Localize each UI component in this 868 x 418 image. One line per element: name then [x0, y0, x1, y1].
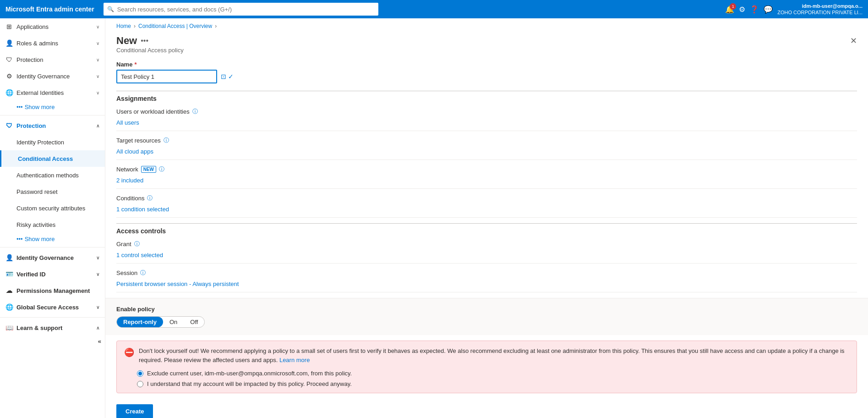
breadcrumb-conditional-access[interactable]: Conditional Access | Overview	[138, 23, 212, 29]
feedback-icon[interactable]: 💬	[764, 5, 773, 14]
roles-icon: 👤	[5, 39, 13, 47]
grant-label: Grant ⓘ	[116, 240, 857, 248]
radio-exclude-label: Exclude current user, idm-mb-user@ompqa.…	[147, 370, 352, 377]
sub-item-label: Conditional Access	[18, 155, 73, 162]
sidebar-divider-2	[0, 247, 105, 248]
toggle-on[interactable]: On	[163, 317, 184, 327]
sidebar-item-conditional-access[interactable]: Conditional Access	[0, 150, 105, 167]
main-layout: ⊞ Applications ∨ 👤 Roles & admins ∨ 🛡 Pr…	[0, 18, 868, 418]
show-more-top[interactable]: ••• Show more	[0, 101, 105, 113]
shield-icon: 🛡	[5, 122, 13, 129]
target-info-icon[interactable]: ⓘ	[164, 137, 169, 144]
users-field-group: Users or workload identities ⓘ All users	[116, 108, 857, 131]
top-navbar: Microsoft Entra admin center 🔍 🔔 1 ⚙ ❓ 💬…	[0, 0, 868, 18]
conditions-label: Conditions ⓘ	[116, 194, 857, 202]
assignments-divider	[116, 91, 857, 91]
warning-text: Don't lock yourself out! We recommend ap…	[139, 346, 849, 364]
chevron-up-icon: ∧	[96, 123, 99, 128]
sub-item-label: Risky activities	[16, 221, 55, 228]
sidebar-section-permissions[interactable]: ☁ Permissions Management	[0, 282, 105, 299]
field-divider	[116, 263, 857, 264]
sidebar-item-auth-methods[interactable]: Authentication methods	[0, 167, 105, 183]
sidebar-collapse-button[interactable]: «	[0, 336, 105, 346]
sidebar-section-learn-support[interactable]: 📖 Learn & support ∧	[0, 319, 105, 336]
breadcrumb: Home › Conditional Access | Overview ›	[105, 18, 868, 29]
user-info[interactable]: idm-mb-user@ompqa.o... ZOHO CORPORATION …	[777, 3, 863, 16]
sidebar-item-protection-top[interactable]: 🛡 Protection ∨	[0, 51, 105, 68]
search-icon: 🔍	[107, 6, 114, 12]
sidebar-section-protection[interactable]: 🛡 Protection ∧	[0, 117, 105, 134]
grant-value[interactable]: 1 control selected	[116, 250, 857, 260]
chevron-down-icon: ∨	[96, 305, 99, 310]
chevron-down-icon: ∨	[96, 255, 99, 260]
section-label: Verified ID	[16, 271, 46, 278]
identity-gov2-icon: 👤	[5, 254, 13, 261]
sidebar-item-external-identities[interactable]: 🌐 External Identities ∨	[0, 84, 105, 101]
policy-name-input[interactable]	[116, 70, 217, 83]
user-org: ZOHO CORPORATION PRIVATE LI...	[777, 9, 863, 16]
sidebar-section-identity-gov[interactable]: 👤 Identity Governance ∨	[0, 249, 105, 266]
content-area: Home › Conditional Access | Overview › N…	[105, 18, 868, 418]
ellipsis-icon: •••	[16, 104, 23, 110]
sidebar-item-password-reset[interactable]: Password reset	[0, 183, 105, 200]
help-icon[interactable]: ❓	[750, 5, 759, 14]
network-info-icon[interactable]: ⓘ	[159, 165, 164, 173]
sidebar-item-identity-gov-top[interactable]: ⚙ Identity Governance ∨	[0, 68, 105, 84]
toggle-report-only[interactable]: Report-only	[117, 317, 163, 327]
page-menu-icon[interactable]: •••	[141, 37, 148, 45]
create-button[interactable]: Create	[116, 404, 153, 418]
network-field-group: Network NEW ⓘ 2 included	[116, 165, 857, 189]
sidebar-item-applications[interactable]: ⊞ Applications ∨	[0, 18, 105, 35]
radio-understand-input[interactable]	[137, 381, 143, 387]
radio-exclude-user[interactable]: Exclude current user, idm-mb-user@ompqa.…	[137, 370, 849, 377]
sidebar-item-roles-admins[interactable]: 👤 Roles & admins ∨	[0, 35, 105, 51]
show-more-label: Show more	[25, 236, 55, 242]
access-controls-title: Access controls	[116, 227, 857, 235]
conditions-value[interactable]: 1 condition selected	[116, 204, 857, 214]
page-header: New ••• ✕	[105, 29, 868, 47]
show-more-protection[interactable]: ••• Show more	[0, 233, 105, 245]
sidebar-item-custom-security[interactable]: Custom security attributes	[0, 200, 105, 216]
target-label: Target resources ⓘ	[116, 137, 857, 144]
session-info-icon[interactable]: ⓘ	[140, 269, 146, 277]
conditions-info-icon[interactable]: ⓘ	[147, 194, 153, 202]
sidebar-section-verified-id[interactable]: 🪪 Verified ID ∨	[0, 266, 105, 282]
field-divider	[116, 217, 857, 218]
sidebar-item-risky-activities[interactable]: Risky activities	[0, 216, 105, 233]
verified-id-icon: 🪪	[5, 270, 13, 278]
sidebar-item-label: Applications	[16, 23, 49, 30]
chevron-down-icon: ∨	[96, 90, 99, 95]
notification-bell[interactable]: 🔔 1	[725, 5, 734, 14]
warning-error-icon: ⛔	[124, 347, 134, 358]
sidebar-section-global-secure[interactable]: 🌐 Global Secure Access ∨	[0, 299, 105, 315]
access-controls-divider	[116, 223, 857, 224]
input-confirm-icon[interactable]: ✓	[228, 73, 234, 80]
network-label: Network NEW ⓘ	[116, 165, 857, 173]
search-input[interactable]	[104, 3, 378, 16]
page-subtitle: Conditional Access policy	[105, 47, 868, 61]
sub-item-label: Identity Protection	[16, 139, 64, 146]
section-label: Global Secure Access	[16, 304, 79, 311]
users-value[interactable]: All users	[116, 117, 857, 128]
notification-badge: 1	[730, 3, 736, 10]
show-more-label: Show more	[25, 104, 55, 110]
close-button[interactable]: ✕	[850, 36, 857, 46]
policy-toggle-group: Report-only On Off	[116, 316, 205, 328]
sidebar-item-label: External Identities	[16, 89, 64, 96]
users-info-icon[interactable]: ⓘ	[192, 108, 198, 116]
input-action-icon[interactable]: ⊡	[221, 73, 226, 80]
breadcrumb-home[interactable]: Home	[116, 23, 131, 29]
radio-understand[interactable]: I understand that my account will be imp…	[137, 380, 849, 387]
sidebar-item-identity-protection[interactable]: Identity Protection	[0, 134, 105, 150]
chevron-down-icon: ∨	[96, 272, 99, 277]
target-value[interactable]: All cloud apps	[116, 146, 857, 157]
settings-icon[interactable]: ⚙	[739, 5, 745, 14]
warning-header: ⛔ Don't lock yourself out! We recommend …	[124, 346, 849, 364]
toggle-off[interactable]: Off	[184, 317, 204, 327]
grant-info-icon[interactable]: ⓘ	[134, 240, 140, 248]
learn-more-link[interactable]: Learn more	[279, 357, 310, 363]
radio-exclude-input[interactable]	[137, 370, 143, 377]
network-value[interactable]: 2 included	[116, 175, 857, 186]
session-value[interactable]: Persistent browser session - Always pers…	[116, 279, 857, 289]
grant-field-group: Grant ⓘ 1 control selected	[116, 240, 857, 264]
